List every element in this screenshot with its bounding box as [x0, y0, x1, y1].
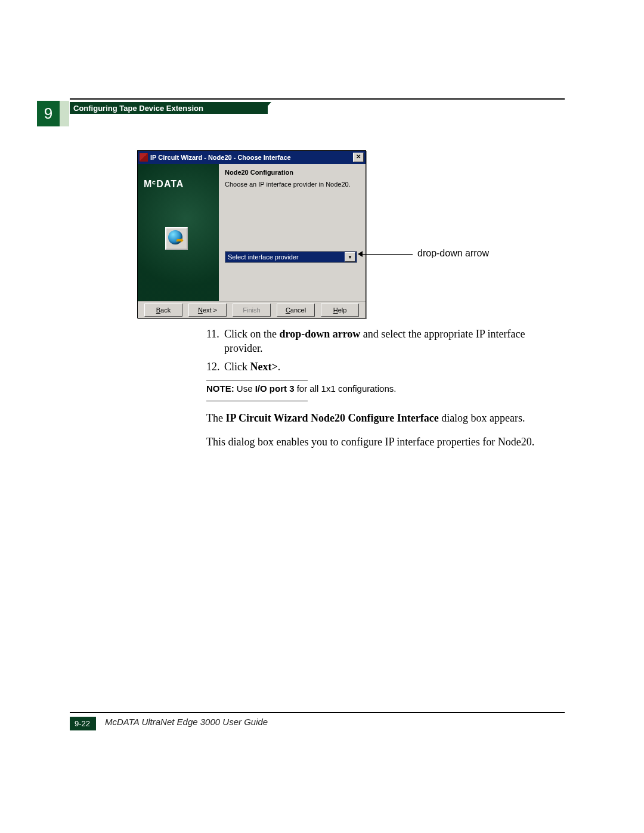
note-rule-top [206, 380, 308, 380]
body-text: Click on the drop-down arrow and select … [206, 327, 562, 450]
note-line: NOTE: Use I/O port 3 for all 1x1 configu… [206, 383, 562, 395]
select-value: Select interface provider [228, 253, 299, 261]
dialog-sidebar: MᶜDATA ➦ [138, 164, 219, 301]
section-header: Configuring Tape Device Extension [70, 102, 268, 114]
chapter-number: 9 [44, 104, 52, 123]
paragraph-1: The IP Circuit Wizard Node20 Configure I… [206, 411, 562, 425]
callout-label: drop-down arrow [417, 248, 489, 259]
page-number: 9-22 [70, 717, 96, 730]
help-button[interactable]: Help [321, 304, 359, 317]
dialog-heading: Node20 Configuration [225, 169, 360, 176]
finish-button: Finish [233, 304, 271, 317]
dialog-footer: Back Next > Finish Cancel Help [138, 301, 366, 318]
paragraph-2: This dialog box enables you to configure… [206, 435, 562, 449]
chapter-tab-accent [60, 101, 69, 126]
wizard-dialog: IP Circuit Wizard - Node20 - Choose Inte… [137, 150, 366, 318]
footer-guide-title: McDATA UltraNet Edge 3000 User Guide [105, 717, 268, 727]
callout-line [361, 254, 413, 255]
step-11: Click on the drop-down arrow and select … [206, 327, 562, 356]
brand-logo: MᶜDATA [144, 178, 184, 190]
close-icon[interactable]: ✕ [353, 153, 364, 162]
footer-rule [70, 712, 565, 713]
wizard-icon [140, 153, 148, 162]
cancel-button[interactable]: Cancel [277, 304, 315, 317]
step-12: Click Next>. [206, 360, 562, 374]
dialog-subheading: Choose an IP interface provider in Node2… [225, 181, 360, 188]
section-title: Configuring Tape Device Extension [73, 104, 203, 113]
note-rule-bottom [206, 401, 308, 401]
header-slant [261, 102, 271, 114]
back-button[interactable]: Back [144, 304, 182, 317]
dialog-title: IP Circuit Wizard - Node20 - Choose Inte… [150, 154, 291, 161]
header-rule [70, 98, 565, 100]
interface-provider-select[interactable]: Select interface provider ▼ [225, 251, 357, 263]
chevron-down-icon[interactable]: ▼ [345, 252, 355, 262]
next-button[interactable]: Next > [188, 304, 227, 317]
chapter-tab: 9 [37, 101, 60, 126]
globe-icon: ➦ [165, 227, 188, 250]
dialog-titlebar: IP Circuit Wizard - Node20 - Choose Inte… [138, 151, 366, 164]
